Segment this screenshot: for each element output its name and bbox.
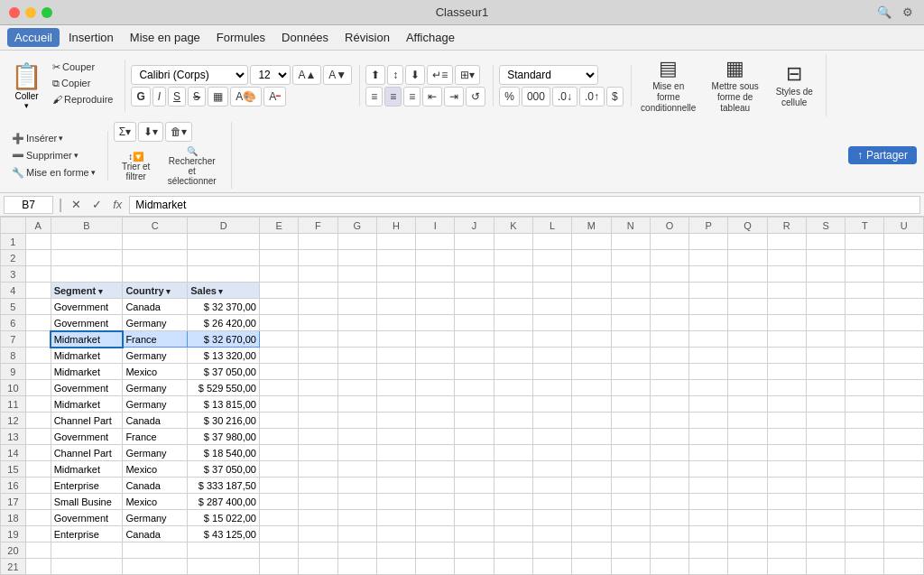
font-size-select[interactable]: 12 (250, 65, 291, 85)
cell-T10[interactable] (845, 380, 884, 396)
cell-J5[interactable] (455, 299, 494, 315)
increase-font-btn[interactable]: A▲ (292, 65, 321, 85)
col-header-T[interactable]: T (845, 218, 884, 234)
font-family-select[interactable]: Calibri (Corps) (131, 65, 248, 85)
cell-R6[interactable] (767, 315, 806, 331)
cell-E9[interactable] (259, 364, 298, 380)
row-header-8[interactable]: 8 (1, 348, 26, 364)
col-header-D[interactable]: D (188, 218, 260, 234)
cell-K17[interactable] (494, 494, 532, 510)
cell-J11[interactable] (455, 396, 494, 413)
cell-L5[interactable] (532, 299, 571, 315)
cell-O18[interactable] (650, 510, 688, 526)
cell-S15[interactable] (806, 461, 845, 478)
cell-B13[interactable]: Government (51, 429, 123, 445)
cell-Q16[interactable] (728, 478, 767, 494)
cell-I9[interactable] (416, 364, 455, 380)
cell-A5[interactable] (25, 299, 51, 315)
cell-I14[interactable] (416, 445, 455, 461)
cell-J3[interactable] (455, 266, 494, 283)
cell-M14[interactable] (572, 445, 611, 461)
cell-Q8[interactable] (728, 348, 767, 364)
col-header-U[interactable]: U (884, 218, 924, 234)
cell-P20[interactable] (689, 543, 728, 559)
cell-Q12[interactable] (728, 413, 767, 429)
cell-T4[interactable] (845, 283, 884, 299)
cell-F2[interactable] (299, 250, 337, 266)
cell-E7[interactable] (259, 331, 298, 348)
cell-G1[interactable] (337, 234, 376, 250)
align-top-btn[interactable]: ⬆ (365, 65, 385, 85)
cell-H11[interactable] (376, 396, 415, 413)
menu-item-revision[interactable]: Révision (337, 28, 397, 47)
cell-O13[interactable] (650, 429, 688, 445)
cell-I17[interactable] (416, 494, 455, 510)
cell-H15[interactable] (376, 461, 415, 478)
cell-Q18[interactable] (728, 510, 767, 526)
cell-U9[interactable] (884, 364, 924, 380)
cell-B19[interactable]: Enterprise (51, 526, 123, 543)
cell-M5[interactable] (572, 299, 611, 315)
sort-filter-btn[interactable]: ↕🔽 Trier etfiltrer (114, 149, 159, 184)
cell-S20[interactable] (806, 543, 845, 559)
cell-J12[interactable] (455, 413, 494, 429)
cell-T5[interactable] (845, 299, 884, 315)
insert-dropdown-btn[interactable]: ➕Insérer▾ (7, 131, 100, 146)
cell-M9[interactable] (572, 364, 611, 380)
cell-K15[interactable] (494, 461, 532, 478)
cell-C12[interactable]: Canada (123, 413, 188, 429)
cell-G5[interactable] (337, 299, 376, 315)
cell-J2[interactable] (455, 250, 494, 266)
cell-G15[interactable] (337, 461, 376, 478)
format-table-btn[interactable]: ▦ Mettre sousforme de tableau (704, 54, 767, 116)
col-header-Q[interactable]: Q (728, 218, 767, 234)
cell-S14[interactable] (806, 445, 845, 461)
cell-B3[interactable] (51, 266, 123, 283)
row-header-12[interactable]: 12 (1, 413, 26, 429)
cell-P12[interactable] (689, 413, 728, 429)
align-middle-btn[interactable]: ↕ (387, 65, 403, 85)
cell-F19[interactable] (299, 526, 337, 543)
cell-B8[interactable]: Midmarket (51, 348, 123, 364)
minimize-button[interactable] (25, 7, 36, 18)
menu-item-formules[interactable]: Formules (209, 28, 273, 47)
cell-D16[interactable]: $ 333 187,50 (188, 478, 260, 494)
wrap-text-btn[interactable]: ↵≡ (427, 65, 453, 85)
text-direction-btn[interactable]: ↺ (466, 87, 485, 107)
share-button[interactable]: ↑ Partager (848, 146, 917, 164)
cell-J20[interactable] (455, 543, 494, 559)
cell-K5[interactable] (494, 299, 532, 315)
cell-C8[interactable]: Germany (123, 348, 188, 364)
cell-C19[interactable]: Canada (123, 526, 188, 543)
cell-C6[interactable]: Germany (123, 315, 188, 331)
cell-U5[interactable] (884, 299, 924, 315)
cell-M13[interactable] (572, 429, 611, 445)
col-header-H[interactable]: H (376, 218, 415, 234)
cell-H3[interactable] (376, 266, 415, 283)
cell-I7[interactable] (416, 331, 455, 348)
cell-A9[interactable] (25, 364, 51, 380)
row-header-17[interactable]: 17 (1, 494, 26, 510)
cell-N11[interactable] (611, 396, 650, 413)
cell-D1[interactable] (188, 234, 260, 250)
cell-P14[interactable] (689, 445, 728, 461)
cell-O20[interactable] (650, 543, 688, 559)
cell-styles-btn[interactable]: ⊟ Styles decellule (771, 60, 818, 111)
cell-G11[interactable] (337, 396, 376, 413)
cell-P21[interactable] (689, 559, 728, 575)
cell-P10[interactable] (689, 380, 728, 396)
cell-Q20[interactable] (728, 543, 767, 559)
settings-icon[interactable]: ⚙ (901, 5, 915, 20)
cell-P18[interactable] (689, 510, 728, 526)
cell-K8[interactable] (494, 348, 532, 364)
cell-U12[interactable] (884, 413, 924, 429)
cell-D9[interactable]: $ 37 050,00 (188, 364, 260, 380)
col-header-L[interactable]: L (532, 218, 571, 234)
paste-button[interactable]: 📋 Coller ▾ (7, 60, 46, 112)
cell-R16[interactable] (767, 478, 806, 494)
col-header-K[interactable]: K (494, 218, 532, 234)
cell-J16[interactable] (455, 478, 494, 494)
cell-J19[interactable] (455, 526, 494, 543)
cell-B1[interactable] (51, 234, 123, 250)
cell-A21[interactable] (25, 559, 51, 575)
